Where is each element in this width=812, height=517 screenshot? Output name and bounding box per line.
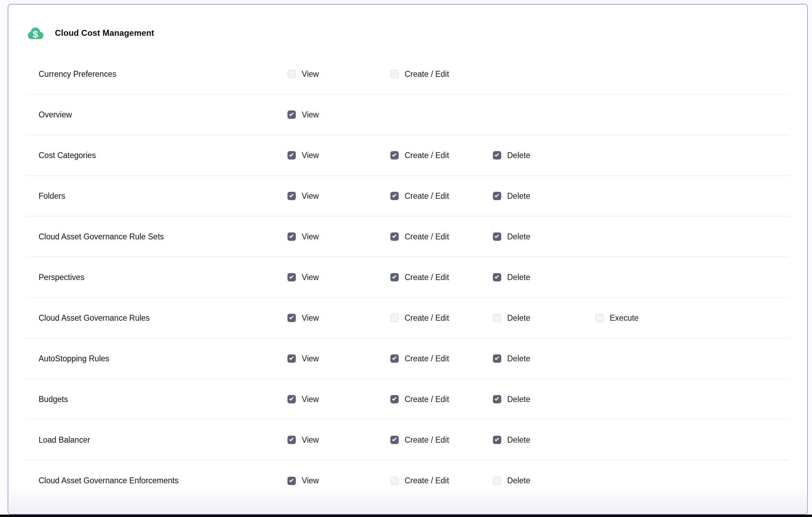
delete-permission[interactable]: Delete (493, 232, 595, 241)
view-permission[interactable]: View (287, 151, 390, 160)
create-edit-permission[interactable]: Create / Edit (390, 435, 493, 445)
view-checkbox[interactable] (287, 395, 296, 403)
view-checkbox[interactable] (287, 70, 296, 78)
delete-permission[interactable]: Delete (493, 395, 595, 404)
delete-checkbox[interactable] (493, 477, 501, 485)
view-checkbox[interactable] (287, 151, 296, 159)
permission-label: Delete (507, 313, 530, 323)
permission-label: View (302, 395, 319, 404)
view-checkbox[interactable] (287, 477, 296, 485)
delete-permission[interactable]: Delete (493, 191, 595, 201)
view-checkbox[interactable] (287, 110, 296, 119)
create-edit-checkbox[interactable] (390, 395, 399, 403)
delete-checkbox[interactable] (493, 273, 501, 281)
checkmark-icon (289, 356, 294, 360)
permission-row: Budgets View Create / Edit Delete (25, 379, 790, 420)
resource-label: AutoStopping Rules (39, 354, 287, 363)
create-edit-permission[interactable]: Create / Edit (390, 395, 493, 404)
delete-checkbox[interactable] (493, 314, 501, 322)
resource-label: Budgets (39, 395, 287, 404)
execute-checkbox[interactable] (595, 314, 604, 322)
execute-permission[interactable]: Execute (595, 313, 790, 323)
permission-label: Create / Edit (405, 273, 449, 282)
checkmark-icon (289, 315, 294, 320)
checkmark-icon (495, 356, 499, 360)
delete-permission[interactable]: Delete (493, 354, 595, 363)
checkmark-icon (495, 234, 499, 238)
cloud-dollar-icon: $ (26, 24, 44, 42)
create-edit-checkbox[interactable] (390, 436, 399, 444)
delete-checkbox[interactable] (493, 436, 501, 444)
delete-checkbox[interactable] (493, 192, 501, 200)
checkmark-icon (289, 193, 294, 198)
view-checkbox[interactable] (287, 436, 296, 444)
create-edit-checkbox[interactable] (390, 151, 399, 159)
delete-checkbox[interactable] (493, 395, 501, 403)
permission-label: Delete (507, 151, 530, 160)
checkmark-icon (289, 396, 294, 401)
page-title: Cloud Cost Management (55, 28, 154, 38)
create-edit-permission[interactable]: Create / Edit (390, 313, 493, 323)
view-permission[interactable]: View (287, 191, 390, 201)
resource-label: Cloud Asset Governance Enforcements (39, 476, 287, 485)
create-edit-permission[interactable]: Create / Edit (390, 69, 493, 79)
view-checkbox[interactable] (287, 273, 296, 281)
resource-label: Overview (39, 110, 287, 120)
view-permission[interactable]: View (287, 395, 390, 404)
view-permission[interactable]: View (287, 354, 390, 363)
permission-row: Cloud Asset Governance Rules View Create… (25, 298, 790, 338)
permission-label: Delete (507, 232, 530, 241)
create-edit-checkbox[interactable] (390, 273, 399, 281)
view-checkbox[interactable] (287, 354, 296, 363)
permission-label: Create / Edit (405, 313, 449, 323)
permission-row: Perspectives View Create / Edit Delete (25, 257, 790, 298)
checkmark-icon (289, 153, 294, 157)
create-edit-permission[interactable]: Create / Edit (390, 273, 493, 282)
create-edit-checkbox[interactable] (390, 232, 399, 241)
view-permission[interactable]: View (287, 435, 390, 445)
delete-checkbox[interactable] (493, 354, 501, 363)
create-edit-checkbox[interactable] (390, 70, 399, 78)
delete-permission[interactable]: Delete (493, 313, 595, 323)
permission-rows: Currency Preferences View Create / Edit … (25, 54, 790, 501)
view-permission[interactable]: View (287, 476, 390, 485)
delete-permission[interactable]: Delete (493, 435, 595, 445)
permission-label: Create / Edit (405, 476, 449, 485)
resource-label: Perspectives (39, 273, 287, 282)
delete-checkbox[interactable] (493, 151, 501, 159)
permission-row: Cost Categories View Create / Edit Delet… (25, 135, 790, 176)
view-permission[interactable]: View (287, 69, 390, 79)
delete-permission[interactable]: Delete (493, 151, 595, 160)
view-permission[interactable]: View (287, 110, 390, 120)
resource-label: Cloud Asset Governance Rule Sets (39, 232, 287, 241)
permission-row: Load Balancer View Create / Edit Delete (25, 420, 790, 460)
view-permission[interactable]: View (287, 313, 390, 323)
create-edit-checkbox[interactable] (390, 477, 399, 485)
create-edit-checkbox[interactable] (390, 192, 399, 200)
create-edit-checkbox[interactable] (390, 314, 399, 322)
card-header: $ Cloud Cost Management (26, 24, 807, 42)
create-edit-permission[interactable]: Create / Edit (390, 191, 493, 201)
permission-label: Delete (507, 435, 530, 445)
create-edit-permission[interactable]: Create / Edit (390, 151, 493, 160)
checkmark-icon (392, 193, 397, 198)
delete-permission[interactable]: Delete (493, 476, 595, 485)
checkmark-icon (392, 234, 397, 238)
create-edit-permission[interactable]: Create / Edit (390, 354, 493, 363)
permission-label: View (302, 191, 319, 201)
view-permission[interactable]: View (287, 273, 390, 282)
create-edit-checkbox[interactable] (390, 354, 399, 363)
view-checkbox[interactable] (287, 232, 296, 241)
view-checkbox[interactable] (287, 314, 296, 322)
create-edit-permission[interactable]: Create / Edit (390, 232, 493, 241)
permission-row: Cloud Asset Governance Enforcements View… (25, 460, 790, 501)
permission-label: View (302, 354, 319, 363)
delete-checkbox[interactable] (493, 232, 501, 241)
create-edit-permission[interactable]: Create / Edit (390, 476, 493, 485)
view-checkbox[interactable] (287, 192, 296, 200)
checkmark-icon (392, 274, 397, 279)
view-permission[interactable]: View (287, 232, 390, 241)
checkmark-icon (495, 396, 499, 401)
delete-permission[interactable]: Delete (493, 273, 595, 282)
permission-label: View (302, 110, 319, 120)
